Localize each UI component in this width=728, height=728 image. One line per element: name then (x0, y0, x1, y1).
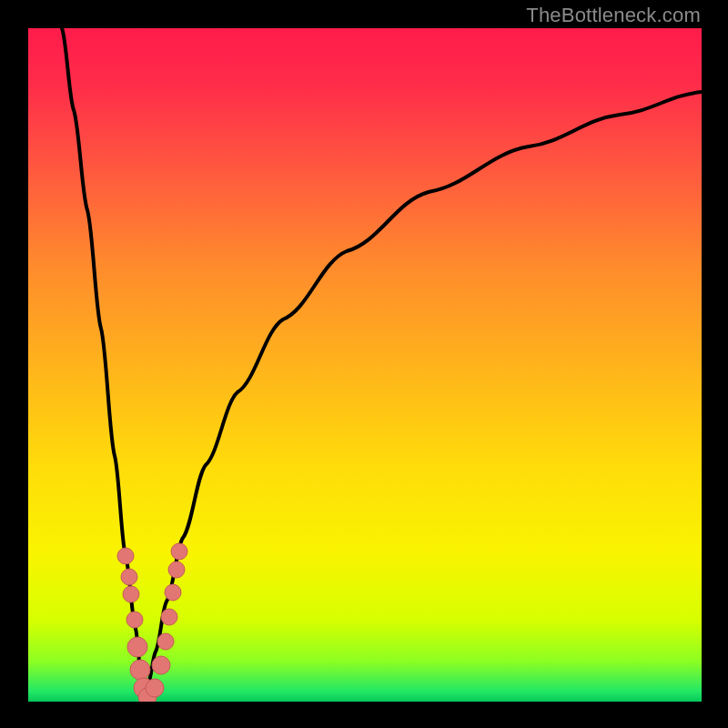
right-curve (145, 92, 702, 700)
data-marker (161, 609, 177, 625)
data-marker (117, 548, 134, 564)
plot-area (28, 28, 702, 702)
chart-frame: TheBottleneck.com (0, 0, 728, 728)
data-marker (146, 679, 164, 697)
data-marker (127, 637, 147, 657)
watermark-text: TheBottleneck.com (526, 4, 701, 27)
data-marker (126, 612, 143, 628)
data-marker (171, 543, 187, 560)
data-marker (123, 586, 139, 602)
data-marker (152, 656, 170, 674)
data-marker (168, 561, 185, 578)
data-marker (130, 660, 150, 680)
data-marker (157, 633, 174, 650)
data-marker (165, 584, 181, 601)
chart-svg (28, 28, 702, 702)
data-marker (121, 569, 137, 585)
